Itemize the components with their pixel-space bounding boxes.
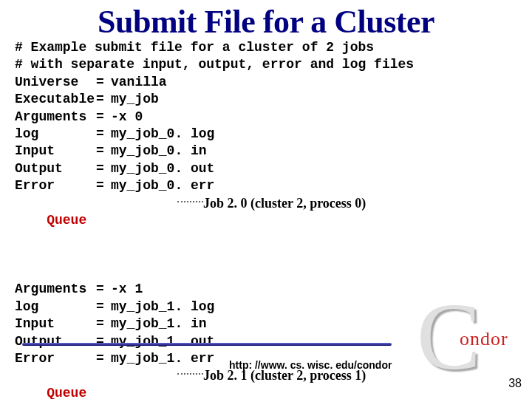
code-val: my_job_0. in [111,143,207,158]
code-val: my_job_1. err [111,351,214,366]
code-val: my_job_1. log [111,299,214,314]
code-val: my_job_0. out [111,161,214,176]
equals: = [96,74,111,91]
queue-keyword: Queue [47,212,128,229]
queue-row: Queue Job 2. 0 (cluster 2, process 0) [15,195,532,282]
equals: = [96,281,111,298]
code-key: Arguments [15,109,96,126]
code-key: Universe [15,74,96,91]
code-key: Input [15,316,96,332]
equals: = [96,126,111,143]
equals: = [96,299,111,316]
code-key: Output [15,160,96,177]
page-number: 38 [508,377,522,390]
code-val: my_job_1. in [111,316,207,331]
equals: = [96,350,111,367]
queue-keyword: Queue [47,385,128,399]
code-val: my_job_0. log [111,126,214,141]
equals: = [96,91,111,108]
equals: = [96,160,111,177]
equals: = [96,109,111,126]
code-row: Universe= vanilla [15,74,532,91]
equals: = [96,177,111,194]
leader-dots-icon [177,201,203,202]
comment-line: # Example submit file for a cluster of 2… [15,39,532,56]
code-row: Output= my_job_1. out [15,333,532,350]
code-key: Error [15,350,96,367]
code-key: Arguments [15,281,96,298]
code-val: my_job [111,92,159,106]
footer-url: http: //www. cs. wisc. edu/condor [229,359,392,371]
code-row: Arguments= -x 0 [15,109,532,126]
comment-line: # with separate input, output, error and… [15,56,532,73]
leader-dots-icon [177,373,203,375]
divider-bar [22,343,392,346]
code-row: Arguments= -x 1 [15,281,532,298]
code-key: Executable [15,91,96,108]
code-row: Input= my_job_0. in [15,143,532,160]
job-annotation: Job 2. 0 (cluster 2, process 0) [203,195,366,212]
equals: = [96,333,111,350]
code-key: log [15,299,96,316]
code-row: Executable= my_job [15,91,532,108]
code-row: Error= my_job_0. err [15,177,532,194]
code-row: Output= my_job_0. out [15,160,532,177]
code-row: log= my_job_1. log [15,299,532,316]
code-val: my_job_1. out [111,334,214,349]
code-key: Output [15,333,96,350]
equals: = [96,143,111,160]
code-val: vanilla [111,75,167,89]
queue-row: Queue Job 2. 1 (cluster 2, process 1) [15,367,532,399]
code-val: my_job_0. err [111,178,214,193]
code-key: log [15,126,96,143]
code-val: -x 1 [111,282,143,296]
code-key: Error [15,177,96,194]
equals: = [96,316,111,332]
code-row: Input= my_job_1. in [15,316,532,332]
code-key: Input [15,143,96,160]
slide-title: Submit File for a Cluster [0,0,532,41]
code-val: -x 0 [111,109,143,124]
code-row: log= my_job_0. log [15,126,532,143]
